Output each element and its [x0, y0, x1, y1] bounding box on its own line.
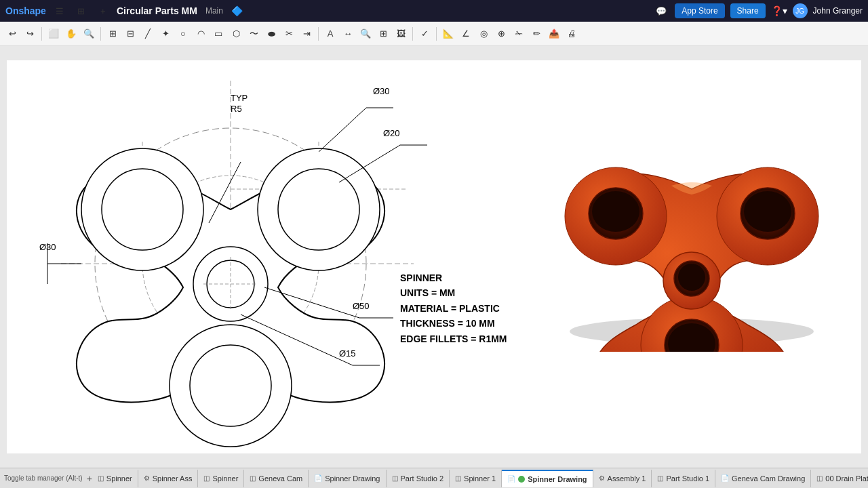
text-tool[interactable]: A: [322, 26, 338, 42]
phi15-label: Ø15: [339, 348, 356, 359]
drawing-icon: 📄: [721, 474, 729, 482]
tab-label-spinner2: Spinner: [212, 474, 238, 483]
line-tool[interactable]: ╱: [140, 26, 156, 42]
tab-label-assembly-1: Assembly 1: [608, 474, 646, 483]
header-bar: Onshape ☰ ⊞ + Circular Parts MM Main 🔷 💬…: [0, 0, 868, 22]
image-tool[interactable]: 🖼: [393, 26, 409, 42]
toolbar: ↩ ↪ ⬜ ✋ 🔍 ⊞ ⊟ ╱ ✦ ○ ◠ ▭ ⬡ 〜 ⬬ ✂ ⇥ A ↔ 🔍 …: [0, 22, 868, 46]
hamburger-menu[interactable]: ☰: [52, 3, 68, 19]
pan-tool[interactable]: ✋: [63, 26, 79, 42]
tabbar: Toggle tab manager (Alt-t) + ◫Spinner⚙Sp…: [0, 468, 868, 488]
help-button[interactable]: ❓▾: [771, 5, 787, 16]
tab-label-spinner-drawing: Spinner Drawing: [325, 474, 380, 483]
tab-label-part-studio-1: Part Studio 1: [666, 474, 709, 483]
r5-label: R5: [231, 104, 242, 114]
tab-label-part-studio-2: Part Studio 2: [401, 474, 444, 483]
tab-drain-plate[interactable]: ◫00 Drain Plate: [811, 470, 868, 487]
break-tool[interactable]: ✁: [511, 26, 527, 42]
undo-button[interactable]: ↩: [4, 26, 20, 42]
arc-tool[interactable]: ◠: [193, 26, 209, 42]
phi20-label: Ø20: [383, 128, 400, 138]
radius-tool[interactable]: ◎: [475, 26, 492, 42]
main-label: Main: [205, 6, 223, 16]
add-tab-button[interactable]: +: [87, 471, 92, 486]
appstore-button[interactable]: App Store: [675, 3, 724, 18]
tab-spinner-drawing2[interactable]: 📄Spinner Drawing: [502, 470, 593, 487]
part-icon: ◫: [455, 474, 461, 482]
typ-label: TYP: [231, 93, 248, 103]
tab-label-spinner-1: Spinner 1: [464, 474, 496, 483]
assembly-icon: ⚙: [144, 474, 150, 482]
tab-spinner[interactable]: ◫Spinner: [92, 470, 138, 487]
print-tool[interactable]: 🖨: [564, 26, 580, 42]
tab-geneva-cam[interactable]: ◫Geneva Cam: [244, 470, 309, 487]
spinner-3d-view: [536, 81, 848, 352]
svg-point-35: [592, 191, 639, 232]
part-icon: ◫: [657, 474, 663, 482]
doc-icon[interactable]: 🔷: [231, 5, 243, 16]
rectangle-tool[interactable]: ▭: [210, 26, 226, 42]
tab-spinner2[interactable]: ◫Spinner: [198, 470, 244, 487]
extend-tool[interactable]: ⇥: [298, 26, 315, 42]
grid-view-icon[interactable]: ⊞: [73, 3, 90, 19]
tab-spinner-ass[interactable]: ⚙Spinner Ass: [138, 470, 199, 487]
view-button[interactable]: ⊞: [104, 26, 121, 42]
drawing-icon: 📄: [507, 475, 515, 483]
tab-part-studio-2[interactable]: ◫Part Studio 2: [387, 470, 450, 487]
point-tool[interactable]: ✦: [157, 26, 174, 42]
center-tool[interactable]: ⊕: [493, 26, 509, 42]
tab-assembly-1[interactable]: ⚙Assembly 1: [593, 470, 652, 487]
svg-line-21: [319, 108, 366, 152]
phi50-label: Ø50: [353, 301, 370, 311]
select-tool[interactable]: ⬜: [45, 26, 62, 42]
technical-drawing-svg: [27, 74, 434, 453]
spec-line1: SPINNER: [400, 270, 507, 285]
tab-label-geneva-cam-drawing: Geneva Cam Drawing: [732, 474, 805, 483]
tab-part-studio-1[interactable]: ◫Part Studio 1: [652, 470, 715, 487]
spec-line3: MATERIAL = PLASTIC: [400, 301, 507, 316]
toggle-tabs-button[interactable]: Toggle tab manager (Alt-t): [0, 473, 87, 483]
tab-label-spinner-ass: Spinner Ass: [153, 474, 193, 483]
phi30-left-label: Ø30: [39, 242, 56, 252]
zoom-tool[interactable]: 🔍: [81, 26, 97, 42]
export-tool[interactable]: 📤: [546, 26, 562, 42]
measure-tool[interactable]: 📐: [440, 26, 456, 42]
trim-tool[interactable]: ✂: [281, 26, 297, 42]
drawing-sheet: TYP R5 Ø30 Ø20 Ø30 Ø50 Ø15 SPINNER UNITS…: [7, 60, 861, 453]
svg-point-15: [170, 325, 292, 447]
angle-tool[interactable]: ∠: [458, 26, 474, 42]
onshape-logo: Onshape: [5, 5, 46, 16]
table-insert[interactable]: ⊞: [375, 26, 391, 42]
active-tab-indicator: [518, 476, 525, 483]
tab-geneva-cam-drawing[interactable]: 📄Geneva Cam Drawing: [715, 470, 811, 487]
assembly-icon: ⚙: [599, 474, 605, 482]
avatar: JG: [793, 3, 808, 18]
tab-label-spinner-drawing2: Spinner Drawing: [528, 475, 587, 483]
spec-text-block: SPINNER UNITS = MM MATERIAL = PLASTIC TH…: [400, 270, 507, 346]
search-tool[interactable]: 🔍: [357, 26, 374, 42]
redo-button[interactable]: ↪: [22, 26, 38, 42]
part-icon: ◫: [203, 474, 210, 482]
add-document-icon[interactable]: +: [95, 3, 111, 19]
spline-tool[interactable]: 〜: [245, 26, 262, 42]
share-button[interactable]: Share: [730, 3, 766, 18]
phi30-top-label: Ø30: [373, 86, 390, 96]
tab-spinner-drawing[interactable]: 📄Spinner Drawing: [309, 470, 386, 487]
part-icon: ◫: [98, 474, 104, 482]
polygon-tool[interactable]: ⬡: [228, 26, 244, 42]
tab-label-spinner: Spinner: [106, 474, 132, 483]
table-tool[interactable]: ⊟: [122, 26, 138, 42]
tab-spinner-1[interactable]: ◫Spinner 1: [450, 470, 502, 487]
svg-point-38: [744, 191, 791, 232]
chat-icon[interactable]: 💬: [653, 3, 669, 19]
check-mark[interactable]: ✓: [416, 26, 433, 42]
ellipse-tool[interactable]: ⬬: [263, 26, 279, 42]
svg-point-44: [678, 264, 705, 291]
canvas-area: TYP R5 Ø30 Ø20 Ø30 Ø50 Ø15 SPINNER UNITS…: [0, 46, 868, 468]
svg-point-13: [258, 148, 380, 270]
circle-tool[interactable]: ○: [175, 26, 191, 42]
spec-line2: UNITS = MM: [400, 285, 507, 300]
part-icon: ◫: [392, 474, 398, 482]
pen-tool[interactable]: ✏: [528, 26, 545, 42]
dim-tool[interactable]: ↔: [340, 26, 356, 42]
